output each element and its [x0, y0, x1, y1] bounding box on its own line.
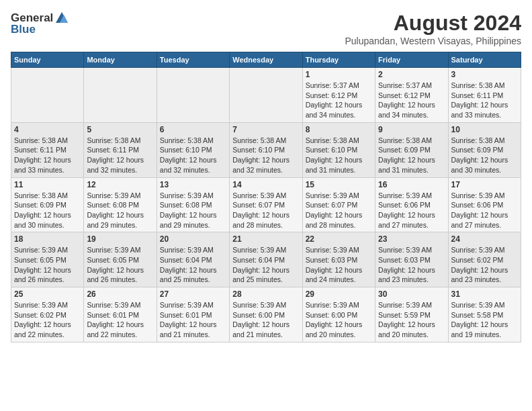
- day-number: 31: [451, 289, 518, 299]
- calendar-cell: 20Sunrise: 5:39 AM Sunset: 6:04 PM Dayli…: [157, 232, 229, 287]
- day-number: 16: [378, 180, 445, 189]
- logo-icon: [54, 11, 69, 26]
- main-title: August 2024: [345, 11, 521, 36]
- day-info: Sunrise: 5:38 AM Sunset: 6:09 PM Dayligh…: [14, 191, 81, 230]
- day-number: 12: [87, 180, 153, 189]
- day-info: Sunrise: 5:39 AM Sunset: 6:04 PM Dayligh…: [160, 245, 226, 285]
- calendar-cell: 1Sunrise: 5:37 AM Sunset: 6:12 PM Daylig…: [302, 68, 375, 123]
- day-number: 6: [160, 125, 226, 134]
- day-info: Sunrise: 5:39 AM Sunset: 6:01 PM Dayligh…: [160, 300, 226, 340]
- day-info: Sunrise: 5:38 AM Sunset: 6:09 PM Dayligh…: [378, 136, 445, 175]
- calendar-header: SundayMondayTuesdayWednesdayThursdayFrid…: [11, 52, 521, 68]
- day-info: Sunrise: 5:38 AM Sunset: 6:11 PM Dayligh…: [451, 81, 518, 120]
- calendar-cell: 2Sunrise: 5:37 AM Sunset: 6:12 PM Daylig…: [375, 68, 448, 123]
- day-number: 27: [160, 289, 226, 299]
- day-info: Sunrise: 5:39 AM Sunset: 6:06 PM Dayligh…: [451, 191, 518, 230]
- day-number: 17: [451, 180, 518, 189]
- calendar-cell: 7Sunrise: 5:38 AM Sunset: 6:10 PM Daylig…: [230, 122, 302, 177]
- calendar-cell: [230, 68, 302, 123]
- day-info: Sunrise: 5:39 AM Sunset: 6:00 PM Dayligh…: [306, 300, 372, 340]
- header: General Blue August 2024 Pulupandan, Wes…: [11, 11, 521, 46]
- day-info: Sunrise: 5:39 AM Sunset: 6:03 PM Dayligh…: [378, 245, 445, 285]
- day-number: 28: [232, 289, 299, 299]
- day-info: Sunrise: 5:39 AM Sunset: 5:59 PM Dayligh…: [378, 300, 445, 340]
- header-cell-friday: Friday: [375, 52, 448, 68]
- header-cell-monday: Monday: [84, 52, 157, 68]
- day-number: 21: [232, 234, 299, 244]
- calendar-cell: 8Sunrise: 5:38 AM Sunset: 6:10 PM Daylig…: [302, 122, 375, 177]
- calendar-cell: 9Sunrise: 5:38 AM Sunset: 6:09 PM Daylig…: [375, 122, 448, 177]
- day-info: Sunrise: 5:38 AM Sunset: 6:11 PM Dayligh…: [14, 136, 81, 175]
- calendar-cell: 22Sunrise: 5:39 AM Sunset: 6:03 PM Dayli…: [302, 232, 375, 287]
- day-info: Sunrise: 5:39 AM Sunset: 6:01 PM Dayligh…: [87, 300, 153, 340]
- calendar-cell: 19Sunrise: 5:39 AM Sunset: 6:05 PM Dayli…: [84, 232, 157, 287]
- calendar-cell: 5Sunrise: 5:38 AM Sunset: 6:11 PM Daylig…: [84, 122, 157, 177]
- day-info: Sunrise: 5:37 AM Sunset: 6:12 PM Dayligh…: [306, 81, 372, 120]
- calendar-cell: 21Sunrise: 5:39 AM Sunset: 6:04 PM Dayli…: [230, 232, 302, 287]
- day-info: Sunrise: 5:39 AM Sunset: 6:06 PM Dayligh…: [378, 191, 445, 230]
- day-info: Sunrise: 5:39 AM Sunset: 6:02 PM Dayligh…: [451, 245, 518, 285]
- day-info: Sunrise: 5:39 AM Sunset: 6:08 PM Dayligh…: [160, 191, 226, 230]
- calendar-cell: 6Sunrise: 5:38 AM Sunset: 6:10 PM Daylig…: [157, 122, 229, 177]
- day-number: 10: [451, 125, 518, 134]
- day-info: Sunrise: 5:39 AM Sunset: 6:03 PM Dayligh…: [306, 245, 372, 285]
- calendar-cell: 13Sunrise: 5:39 AM Sunset: 6:08 PM Dayli…: [157, 177, 229, 232]
- day-info: Sunrise: 5:39 AM Sunset: 6:05 PM Dayligh…: [14, 245, 81, 285]
- day-number: 2: [378, 70, 445, 79]
- week-row-2: 4Sunrise: 5:38 AM Sunset: 6:11 PM Daylig…: [11, 122, 521, 177]
- calendar-body: 1Sunrise: 5:37 AM Sunset: 6:12 PM Daylig…: [11, 68, 521, 342]
- calendar-table: SundayMondayTuesdayWednesdayThursdayFrid…: [11, 52, 521, 342]
- day-number: 3: [451, 70, 518, 79]
- calendar-cell: 30Sunrise: 5:39 AM Sunset: 5:59 PM Dayli…: [375, 287, 448, 342]
- header-row: SundayMondayTuesdayWednesdayThursdayFrid…: [11, 52, 521, 68]
- day-info: Sunrise: 5:39 AM Sunset: 6:07 PM Dayligh…: [306, 191, 372, 230]
- day-number: 23: [378, 234, 445, 244]
- calendar-cell: 16Sunrise: 5:39 AM Sunset: 6:06 PM Dayli…: [375, 177, 448, 232]
- day-number: 19: [87, 234, 153, 244]
- calendar-cell: 29Sunrise: 5:39 AM Sunset: 6:00 PM Dayli…: [302, 287, 375, 342]
- day-info: Sunrise: 5:39 AM Sunset: 6:05 PM Dayligh…: [87, 245, 153, 285]
- calendar-cell: 18Sunrise: 5:39 AM Sunset: 6:05 PM Dayli…: [11, 232, 84, 287]
- day-number: 11: [14, 180, 81, 189]
- header-cell-saturday: Saturday: [448, 52, 521, 68]
- day-number: 7: [232, 125, 299, 134]
- header-cell-thursday: Thursday: [302, 52, 375, 68]
- calendar-cell: 27Sunrise: 5:39 AM Sunset: 6:01 PM Dayli…: [157, 287, 229, 342]
- day-info: Sunrise: 5:39 AM Sunset: 6:08 PM Dayligh…: [87, 191, 153, 230]
- calendar-cell: [157, 68, 229, 123]
- day-number: 22: [306, 234, 372, 244]
- subtitle: Pulupandan, Western Visayas, Philippines: [345, 36, 521, 46]
- header-cell-sunday: Sunday: [11, 52, 84, 68]
- calendar-cell: 4Sunrise: 5:38 AM Sunset: 6:11 PM Daylig…: [11, 122, 84, 177]
- day-number: 15: [306, 180, 372, 189]
- day-info: Sunrise: 5:39 AM Sunset: 6:02 PM Dayligh…: [14, 300, 81, 340]
- day-number: 14: [232, 180, 299, 189]
- day-number: 9: [378, 125, 445, 134]
- day-number: 13: [160, 180, 226, 189]
- day-number: 24: [451, 234, 518, 244]
- week-row-5: 25Sunrise: 5:39 AM Sunset: 6:02 PM Dayli…: [11, 287, 521, 342]
- calendar-cell: 3Sunrise: 5:38 AM Sunset: 6:11 PM Daylig…: [448, 68, 521, 123]
- day-info: Sunrise: 5:39 AM Sunset: 5:58 PM Dayligh…: [451, 300, 518, 340]
- day-info: Sunrise: 5:39 AM Sunset: 6:04 PM Dayligh…: [232, 245, 299, 285]
- calendar-cell: [84, 68, 157, 123]
- calendar-cell: 10Sunrise: 5:38 AM Sunset: 6:09 PM Dayli…: [448, 122, 521, 177]
- header-cell-wednesday: Wednesday: [230, 52, 302, 68]
- day-number: 25: [14, 289, 81, 299]
- week-row-4: 18Sunrise: 5:39 AM Sunset: 6:05 PM Dayli…: [11, 232, 521, 287]
- calendar-cell: [11, 68, 84, 123]
- header-cell-tuesday: Tuesday: [157, 52, 229, 68]
- calendar-cell: 26Sunrise: 5:39 AM Sunset: 6:01 PM Dayli…: [84, 287, 157, 342]
- calendar-cell: 14Sunrise: 5:39 AM Sunset: 6:07 PM Dayli…: [230, 177, 302, 232]
- calendar-cell: 23Sunrise: 5:39 AM Sunset: 6:03 PM Dayli…: [375, 232, 448, 287]
- day-number: 18: [14, 234, 81, 244]
- day-number: 8: [306, 125, 372, 134]
- day-info: Sunrise: 5:38 AM Sunset: 6:09 PM Dayligh…: [451, 136, 518, 175]
- calendar-cell: 24Sunrise: 5:39 AM Sunset: 6:02 PM Dayli…: [448, 232, 521, 287]
- day-info: Sunrise: 5:39 AM Sunset: 6:07 PM Dayligh…: [232, 191, 299, 230]
- week-row-1: 1Sunrise: 5:37 AM Sunset: 6:12 PM Daylig…: [11, 68, 521, 123]
- day-info: Sunrise: 5:38 AM Sunset: 6:10 PM Dayligh…: [160, 136, 226, 175]
- week-row-3: 11Sunrise: 5:38 AM Sunset: 6:09 PM Dayli…: [11, 177, 521, 232]
- title-area: August 2024 Pulupandan, Western Visayas,…: [345, 11, 521, 46]
- day-number: 4: [14, 125, 81, 134]
